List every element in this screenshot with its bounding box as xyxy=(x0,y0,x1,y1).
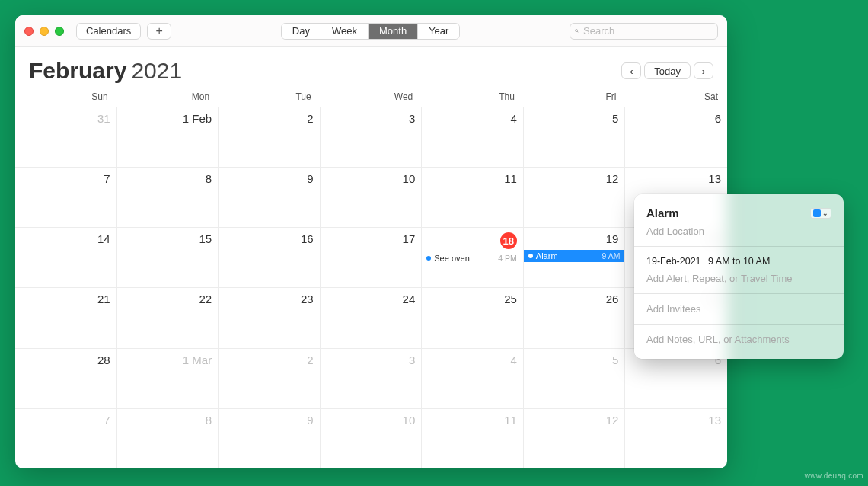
calendars-button[interactable]: Calendars xyxy=(76,23,141,40)
day-number: 31 xyxy=(20,112,110,125)
day-number: 1 Mar xyxy=(122,353,212,366)
event-title: Alarm xyxy=(536,251,558,261)
day-cell[interactable]: 22 xyxy=(117,287,219,347)
day-cell[interactable]: 11 xyxy=(422,408,524,468)
day-number: 25 xyxy=(426,293,517,305)
day-number: 8 xyxy=(122,414,212,427)
weekday-header: SunMonTueWedThuFriSat xyxy=(15,88,727,107)
view-switcher: Day Week Month Year xyxy=(281,23,461,40)
day-number: 23 xyxy=(223,293,314,305)
alert-field[interactable]: Add Alert, Repeat, or Travel Time xyxy=(646,270,831,287)
separator xyxy=(634,246,844,247)
day-cell[interactable]: 23 xyxy=(219,287,321,347)
search-icon xyxy=(575,26,579,36)
window-controls xyxy=(24,27,64,36)
event-color-dot xyxy=(426,256,431,261)
day-number: 3 xyxy=(325,112,416,125)
day-cell[interactable]: 17 xyxy=(321,227,423,287)
day-cell[interactable]: 28 xyxy=(15,348,117,408)
day-cell[interactable]: 6 xyxy=(625,107,727,167)
day-cell[interactable]: 4 xyxy=(422,348,524,408)
event-pill[interactable]: See oven4 PM xyxy=(426,254,517,263)
view-week[interactable]: Week xyxy=(321,24,369,39)
next-month-button[interactable]: › xyxy=(694,62,713,79)
event-time-range: 9 AM to 10 AM xyxy=(708,256,770,267)
day-cell[interactable]: 12 xyxy=(524,408,626,468)
close-window-button[interactable] xyxy=(24,27,34,36)
day-cell[interactable]: 19Alarm9 AM xyxy=(524,227,626,287)
day-cell[interactable]: 25 xyxy=(422,287,524,347)
day-number: 12 xyxy=(528,172,619,185)
day-cell[interactable]: 3 xyxy=(321,107,423,167)
day-cell[interactable]: 2 xyxy=(219,107,321,167)
separator xyxy=(634,324,844,325)
day-cell[interactable]: 10 xyxy=(321,167,423,227)
notes-field[interactable]: Add Notes, URL, or Attachments xyxy=(646,331,831,348)
prev-month-button[interactable]: ‹ xyxy=(621,62,641,79)
day-number: 9 xyxy=(223,172,314,185)
event-popover: Alarm ⌄ Add Location 19-Feb-2021 9 AM to… xyxy=(634,194,844,359)
minimize-window-button[interactable] xyxy=(40,27,49,36)
day-cell[interactable]: 9 xyxy=(219,167,321,227)
date-time-field[interactable]: 19-Feb-2021 9 AM to 10 AM xyxy=(646,253,831,270)
day-number: 7 xyxy=(20,172,110,185)
day-number: 2 xyxy=(223,353,314,366)
day-number: 14 xyxy=(20,232,110,245)
day-number: 24 xyxy=(325,293,416,305)
day-cell[interactable]: 4 xyxy=(422,107,524,167)
month-nav: ‹ Today › xyxy=(621,62,713,79)
day-cell[interactable]: 3 xyxy=(321,348,423,408)
view-year[interactable]: Year xyxy=(418,24,459,39)
search-field[interactable] xyxy=(570,23,718,40)
day-number: 16 xyxy=(223,232,314,245)
day-cell[interactable]: 7 xyxy=(15,167,117,227)
day-cell[interactable]: 24 xyxy=(321,287,423,347)
add-event-button[interactable]: + xyxy=(147,23,171,40)
day-number: 13 xyxy=(630,414,721,427)
day-cell[interactable]: 5 xyxy=(524,107,626,167)
today-button[interactable]: Today xyxy=(644,62,691,79)
day-cell[interactable]: 7 xyxy=(15,408,117,468)
day-cell[interactable]: 8 xyxy=(117,167,219,227)
zoom-window-button[interactable] xyxy=(55,27,64,36)
search-input[interactable] xyxy=(582,24,713,37)
calendar-color-swatch xyxy=(813,209,821,217)
day-number: 6 xyxy=(630,112,721,125)
day-number: 28 xyxy=(20,353,110,366)
day-cell[interactable]: 14 xyxy=(15,227,117,287)
day-number: 1 Feb xyxy=(122,112,212,125)
day-number: 13 xyxy=(630,172,721,185)
day-number: 10 xyxy=(325,414,416,427)
day-cell[interactable]: 15 xyxy=(117,227,219,287)
day-cell[interactable]: 5 xyxy=(524,348,626,408)
day-cell[interactable]: 26 xyxy=(524,287,626,347)
day-cell[interactable]: 2 xyxy=(219,348,321,408)
view-day[interactable]: Day xyxy=(282,24,321,39)
view-month[interactable]: Month xyxy=(369,24,418,39)
calendar-selector[interactable]: ⌄ xyxy=(810,208,831,219)
day-cell[interactable]: 11 xyxy=(422,167,524,227)
day-number: 11 xyxy=(426,414,517,427)
day-cell[interactable]: 12 xyxy=(524,167,626,227)
day-cell[interactable]: 13 xyxy=(625,408,727,468)
day-cell[interactable]: 16 xyxy=(219,227,321,287)
day-cell[interactable]: 18See oven4 PM xyxy=(422,227,524,287)
day-number: 5 xyxy=(528,112,619,125)
location-field[interactable]: Add Location xyxy=(646,222,831,240)
watermark: www.deuaq.com xyxy=(805,472,863,480)
invitees-field[interactable]: Add Invitees xyxy=(646,300,831,318)
day-cell[interactable]: 31 xyxy=(15,107,117,167)
day-cell[interactable]: 8 xyxy=(117,408,219,468)
day-cell[interactable]: 1 Mar xyxy=(117,348,219,408)
day-number: 4 xyxy=(426,353,517,366)
day-cell[interactable]: 9 xyxy=(219,408,321,468)
day-number: 9 xyxy=(223,414,314,427)
event-pill[interactable]: Alarm9 AM xyxy=(524,250,625,262)
weekday-label: Fri xyxy=(524,88,626,107)
event-title-field[interactable]: Alarm xyxy=(646,206,679,219)
current-year: 2021 xyxy=(131,58,182,84)
day-cell[interactable]: 21 xyxy=(15,287,117,347)
day-number: 3 xyxy=(325,353,416,366)
day-cell[interactable]: 1 Feb xyxy=(117,107,219,167)
day-cell[interactable]: 10 xyxy=(321,408,423,468)
